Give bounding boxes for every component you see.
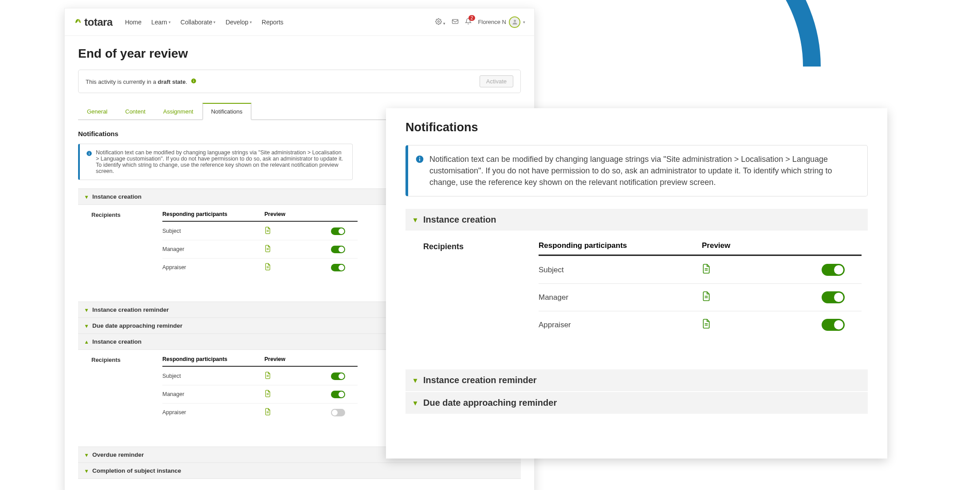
- svg-rect-7: [89, 153, 89, 155]
- toggle-appraiser[interactable]: [331, 264, 345, 271]
- table-row: Manager: [539, 283, 862, 311]
- table-row: Subject: [162, 367, 358, 385]
- preview-icon[interactable]: [702, 295, 711, 303]
- chevron-down-icon: ▾: [85, 452, 88, 458]
- table-row: Manager: [162, 240, 358, 258]
- user-menu[interactable]: Florence N ▾: [478, 16, 525, 28]
- accordion-instance-creation-reminder[interactable]: ▾ Instance creation reminder: [405, 369, 868, 391]
- tab-assignment[interactable]: Assignment: [154, 103, 202, 119]
- preview-icon[interactable]: [702, 267, 711, 276]
- nav-home[interactable]: Home: [125, 19, 142, 26]
- chevron-down-icon: ▾: [413, 376, 417, 384]
- caret-down-icon: ▾: [169, 20, 171, 24]
- table-row: Subject: [162, 222, 358, 240]
- svg-point-0: [437, 20, 439, 22]
- chevron-down-icon: ▾: [85, 468, 88, 474]
- chevron-down-icon: ▾: [413, 399, 417, 407]
- svg-point-5: [193, 79, 194, 80]
- table-row: Subject: [539, 256, 862, 283]
- info-icon[interactable]: [191, 78, 197, 85]
- preview-icon[interactable]: [264, 266, 271, 272]
- col-preview: Preview: [702, 241, 822, 250]
- nav-reports[interactable]: Reports: [262, 19, 283, 26]
- user-name: Florence N: [478, 19, 506, 25]
- toggle-subject[interactable]: [331, 372, 345, 380]
- bell-icon[interactable]: 2: [465, 18, 472, 26]
- info-alert: Notification text can be modified by cha…: [78, 144, 353, 180]
- tab-notifications[interactable]: Notifications: [202, 103, 252, 120]
- chevron-down-icon: ▾: [85, 323, 88, 329]
- topbar-right: ▾ 2 Florence N ▾: [435, 16, 525, 28]
- accordion-due-date[interactable]: ▾ Due date approaching reminder: [405, 392, 868, 414]
- col-preview: Preview: [264, 211, 331, 217]
- gear-icon[interactable]: ▾: [435, 18, 446, 26]
- info-alert: Notification text can be modified by cha…: [405, 145, 868, 196]
- avatar: [509, 16, 520, 28]
- preview-icon[interactable]: [264, 374, 271, 380]
- toggle-subject[interactable]: [331, 227, 345, 235]
- tab-general[interactable]: General: [78, 103, 116, 119]
- zoom-detail-panel: Notifications Notification text can be m…: [386, 108, 887, 459]
- preview-icon[interactable]: [264, 411, 271, 417]
- preview-icon[interactable]: [264, 229, 271, 235]
- activate-button[interactable]: Activate: [480, 75, 513, 87]
- table-row: Manager: [162, 385, 358, 403]
- tab-content[interactable]: Content: [116, 103, 154, 119]
- brand-logo[interactable]: totara: [74, 16, 113, 28]
- preview-icon[interactable]: [264, 247, 271, 254]
- nav-learn[interactable]: Learn▾: [151, 19, 171, 26]
- leaf-icon: [74, 17, 83, 27]
- toggle-subject[interactable]: [822, 264, 845, 276]
- accordion-body: Recipients Responding participants Previ…: [405, 231, 868, 356]
- notification-count-badge: 2: [468, 15, 476, 21]
- svg-point-2: [514, 20, 516, 22]
- table-row: Appraiser: [162, 403, 358, 421]
- chevron-up-icon: ▴: [85, 339, 88, 345]
- info-text: Notification text can be modified by cha…: [429, 153, 858, 188]
- svg-rect-4: [193, 80, 194, 82]
- toggle-appraiser-off[interactable]: [331, 409, 345, 416]
- svg-rect-22: [419, 158, 420, 161]
- svg-rect-1: [453, 19, 458, 23]
- main-nav: Home Learn▾ Collaborate▾ Develop▾ Report…: [125, 19, 283, 26]
- table-row: Appraiser: [162, 258, 358, 276]
- draft-status-bar: This activity is currently in a draft st…: [78, 70, 521, 93]
- mail-icon[interactable]: [452, 19, 459, 26]
- chevron-down-icon: ▾: [85, 307, 88, 313]
- toggle-manager[interactable]: [331, 391, 345, 398]
- svg-point-8: [89, 152, 89, 152]
- brand-name: totara: [84, 16, 113, 28]
- draft-status-text: This activity is currently in a draft st…: [86, 78, 197, 85]
- info-icon: [86, 150, 92, 174]
- toggle-appraiser[interactable]: [822, 319, 845, 331]
- recipients-table: Responding participants Preview Subject …: [162, 211, 358, 276]
- caret-down-icon: ▾: [250, 20, 252, 24]
- info-icon: [415, 155, 424, 188]
- preview-icon[interactable]: [264, 392, 271, 399]
- top-navigation: totara Home Learn▾ Collaborate▾ Develop▾…: [65, 8, 534, 36]
- accordion-instance-creation[interactable]: ▾ Instance creation: [405, 209, 868, 231]
- page-title: End of year review: [78, 47, 521, 61]
- recipients-table: Responding participants Preview Subject …: [162, 356, 358, 421]
- info-text: Notification text can be modified by cha…: [96, 149, 346, 174]
- col-preview: Preview: [264, 356, 331, 362]
- recipients-label: Recipients: [91, 211, 162, 218]
- svg-point-23: [419, 157, 420, 158]
- caret-down-icon: ▾: [213, 20, 216, 24]
- toggle-manager[interactable]: [822, 291, 845, 303]
- nav-collaborate[interactable]: Collaborate▾: [181, 19, 216, 26]
- preview-icon[interactable]: [702, 322, 711, 331]
- col-participants: Responding participants: [539, 241, 702, 250]
- chevron-down-icon: ▾: [413, 216, 417, 224]
- recipients-label: Recipients: [423, 241, 539, 338]
- toggle-manager[interactable]: [331, 246, 345, 253]
- table-row: Appraiser: [539, 311, 862, 338]
- col-participants: Responding participants: [162, 356, 264, 362]
- recipients-label: Recipients: [91, 356, 162, 363]
- caret-down-icon: ▾: [523, 20, 525, 24]
- col-participants: Responding participants: [162, 211, 264, 217]
- chevron-down-icon: ▾: [85, 194, 88, 200]
- accordion-completion[interactable]: ▾ Completion of subject instance: [78, 463, 521, 479]
- recipients-table: Responding participants Preview Subject …: [539, 241, 862, 338]
- nav-develop[interactable]: Develop▾: [225, 19, 252, 26]
